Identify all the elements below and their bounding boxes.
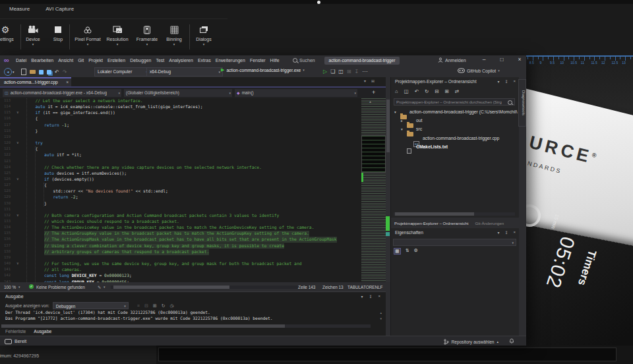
more-icon[interactable]: ⋯ [362, 69, 367, 75]
maximize-button[interactable]: □ [497, 56, 506, 63]
box-icon[interactable]: ⊞ [347, 69, 351, 75]
search-box[interactable]: Suchen [293, 58, 315, 63]
new-file-icon[interactable] [21, 69, 26, 75]
property-pages-icon[interactable]: ⚙ [414, 248, 418, 255]
configuration-select[interactable]: x64-Debug ▾ [146, 67, 223, 76]
chevron-right-icon[interactable]: ▸ [401, 119, 403, 123]
capture-button-stop[interactable]: Stop [44, 23, 73, 47]
code-editor[interactable]: 113// Let the user select a network inte… [0, 98, 361, 282]
menu-projekt[interactable]: Projekt [88, 58, 103, 63]
tab-ausgabe[interactable]: Ausgabe [34, 329, 51, 334]
close-icon[interactable]: × [378, 294, 380, 299]
close-button[interactable]: × [515, 56, 524, 63]
tree-item[interactable]: ▸out [391, 117, 519, 125]
scrollbar-thumb[interactable] [113, 286, 229, 289]
menu-extras[interactable]: Extras [198, 58, 211, 63]
eol-mode[interactable]: LF [378, 285, 382, 289]
pin-icon[interactable]: ↧ [504, 79, 508, 84]
scrollbar-thumb[interactable] [1, 324, 285, 328]
save-icon[interactable] [39, 70, 44, 75]
navigate-back-icon[interactable]: ◂ [4, 68, 12, 76]
problems-status[interactable]: Keine Probleme gefunden [36, 285, 85, 289]
categorized-icon[interactable]: ▦ [394, 248, 401, 255]
breadcrumb-item[interactable]: ◆main()▾ [235, 89, 357, 97]
minimize-button[interactable]: – [479, 56, 489, 63]
save-all-icon[interactable] [47, 70, 51, 75]
tree-item[interactable]: ++action-command-broadcast-trigger.cpp [391, 135, 519, 143]
pin-icon[interactable]: ↧ [355, 69, 359, 75]
chevron-down-icon[interactable]: ▾ [497, 230, 499, 235]
diagnostics-vertical-tab[interactable]: Diagnosetools [518, 79, 526, 127]
zoom-level[interactable]: 100 % [4, 285, 16, 289]
breadcrumb-item[interactable]: (Globaler Gültigkeitsbereich)▾ [124, 89, 232, 97]
capture-button-binning[interactable]: Binning▾ [160, 23, 189, 47]
feedback-icon[interactable] [5, 339, 12, 344]
scrollbar-thumb[interactable] [395, 212, 474, 216]
scroll-down-icon[interactable]: ▾ [380, 317, 382, 320]
chevron-down-icon[interactable]: ▾ [18, 285, 20, 289]
chevron-down-icon[interactable]: ▾ [394, 110, 396, 114]
menu-hilfe[interactable]: Hilfe [270, 58, 280, 63]
fold-icon[interactable]: ∨ [16, 213, 19, 217]
tree-item[interactable]: ▾action-command-broadcast-trigger (C:\Us… [391, 108, 519, 117]
fold-icon[interactable]: ∨ [16, 261, 19, 265]
add-breadcrumb-icon[interactable]: + [372, 89, 375, 96]
chevron-down-icon[interactable]: ▾ [104, 285, 106, 289]
github-copilot-button[interactable]: GitHub Copilot ▾ [458, 68, 500, 73]
open-folder-icon[interactable] [30, 70, 36, 74]
target-machine-select[interactable]: Lokaler Computer ▾ [94, 67, 150, 76]
chevron-down-icon[interactable]: ▾ [364, 78, 366, 83]
scrollbar-thumb[interactable] [386, 100, 390, 152]
refresh-icon[interactable]: ↻ [425, 88, 429, 94]
start-without-debug-icon[interactable]: ▷ [323, 69, 327, 75]
refresh-icon[interactable]: ↻ [162, 303, 166, 309]
properties-object-combo[interactable]: ▾ [393, 239, 516, 246]
menu-erstellen[interactable]: Erstellen [107, 58, 125, 63]
run-button[interactable]: ▶ action-command-broadcast-trigger.exe ▾ [221, 67, 305, 73]
menu-test[interactable]: Test [156, 58, 164, 63]
box-icon[interactable]: ⊞ [371, 78, 375, 83]
output-source-select[interactable]: Debuggen ▾ [53, 302, 129, 309]
panel-tab-ordneransicht[interactable]: Projektmappen-Explorer – Ordneransicht [394, 221, 468, 226]
horizontal-scrollbar[interactable] [111, 286, 298, 289]
capture-button-framerate[interactable]: Framerate▾ [131, 23, 164, 47]
sign-in-button[interactable]: Anmelden [438, 57, 466, 63]
split-icon[interactable]: ◫ [404, 88, 409, 94]
pin-icon[interactable]: ↧ [504, 230, 508, 235]
tab-measure[interactable]: Measure [9, 6, 30, 12]
split-icon[interactable]: ◫ [338, 69, 344, 75]
indent-mode[interactable]: TABULATOREN [347, 285, 378, 289]
box-icon[interactable]: ⊞ [153, 303, 157, 309]
tree-item[interactable]: CMakeLists.txt [391, 143, 519, 152]
collapse-icon[interactable]: ⊟ [144, 303, 148, 309]
tree-hscrollbar[interactable] [394, 212, 515, 216]
box-icon[interactable]: ⊞ [445, 88, 449, 94]
output-hscrollbar[interactable] [1, 324, 371, 328]
menu-datei[interactable]: Datei [16, 58, 26, 63]
menu-git[interactable]: Git [78, 58, 84, 63]
menu-erweiterungen[interactable]: Erweiterungen [216, 58, 245, 63]
scroll-up-icon[interactable]: ▴ [380, 311, 382, 315]
chevron-down-icon[interactable]: ▾ [401, 127, 403, 131]
editor-tab-active[interactable]: action-comma...t-trigger.cpp × [0, 77, 71, 86]
menu-debuggen[interactable]: Debuggen [130, 58, 151, 63]
clock-icon[interactable]: ◷ [170, 303, 174, 309]
collapse-all-icon[interactable]: ⊟ [435, 88, 438, 94]
vs-titlebar[interactable]: ∞ DateiBearbeitenAnsichtGitProjektErstel… [0, 55, 526, 66]
breadcrumb-item[interactable]: ◫action-command-broadcast-trigger.exe - … [3, 89, 121, 97]
undo-icon[interactable]: ↶ [415, 88, 419, 94]
menu-fenster[interactable]: Fenster [250, 58, 266, 63]
capture-button-resolution[interactable]: Resolution▾ [101, 23, 134, 47]
alphabetical-icon[interactable]: ⇅ [406, 248, 409, 255]
chevron-down-icon[interactable]: ▾ [13, 70, 15, 74]
fold-icon[interactable]: ∨ [16, 177, 19, 181]
pen-icon[interactable]: ✎ [98, 285, 101, 290]
select-repository-button[interactable]: Repository auswählen ▴ [444, 339, 498, 345]
close-tab-icon[interactable]: × [66, 78, 69, 86]
capture-button-dialogs[interactable]: Dialogs▾ [189, 23, 219, 47]
redo-icon[interactable]: ↷ [63, 69, 67, 75]
panel-tab-git[interactable]: Git-Änderungen [475, 221, 504, 226]
home-icon[interactable]: ⌂ [395, 88, 398, 94]
fold-icon[interactable]: ∨ [16, 140, 19, 144]
capture-button-pixel-format[interactable]: Pixel Format▾ [73, 23, 103, 47]
